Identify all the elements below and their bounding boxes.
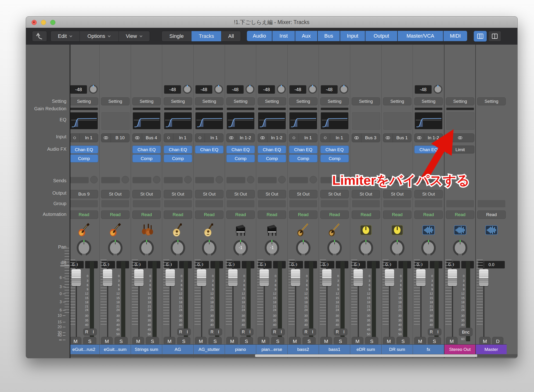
output-slot[interactable]: St Out: [320, 190, 349, 198]
audio-fx-slot-comp[interactable]: Comp: [164, 154, 192, 162]
audio-fx-slot-comp[interactable]: Comp: [70, 154, 98, 162]
filter-midi[interactable]: MIDI: [444, 31, 467, 41]
record-enable-button[interactable]: R: [209, 329, 216, 335]
output-slot[interactable]: St Out: [383, 190, 411, 198]
pan-knob[interactable]: [171, 240, 185, 256]
mute-button[interactable]: M: [132, 337, 144, 345]
audio-fx-slot-comp[interactable]: Comp: [258, 154, 286, 162]
track-name[interactable]: piano: [225, 344, 256, 354]
automation-mode-button[interactable]: Read: [352, 210, 380, 219]
volume-fader[interactable]: [322, 269, 331, 286]
tab-tracks[interactable]: Tracks: [191, 31, 221, 41]
solo-button[interactable]: S: [302, 337, 316, 345]
output-slot[interactable]: St Out: [226, 190, 255, 198]
input-slot[interactable]: In 1: [195, 133, 223, 142]
eq-display[interactable]: [352, 112, 380, 130]
send-slot[interactable]: [101, 177, 120, 183]
send-level-knob[interactable]: [153, 176, 160, 183]
pan-knob[interactable]: [296, 240, 311, 256]
setting-button[interactable]: Setting: [446, 98, 474, 105]
volume-fader[interactable]: [354, 269, 363, 286]
send-slot[interactable]: [195, 177, 214, 183]
send-level-knob[interactable]: [404, 176, 411, 183]
audio-fx-slot-limit[interactable]: Limit: [446, 145, 474, 154]
input-slot[interactable]: In 1: [164, 133, 192, 142]
track-name[interactable]: pian...erse: [256, 344, 287, 354]
track-name[interactable]: Stereo Out: [444, 344, 475, 354]
volume-fader[interactable]: [479, 269, 488, 286]
eq-display[interactable]: [258, 112, 286, 129]
send-level-knob[interactable]: [122, 176, 129, 183]
send-level-knob[interactable]: [310, 176, 317, 183]
automation-mode-button[interactable]: Read: [164, 210, 192, 219]
automation-mode-button[interactable]: Read: [132, 210, 161, 219]
gate-threshold-value[interactable]: -48: [164, 85, 181, 94]
mute-button[interactable]: M: [414, 337, 426, 345]
menu-edit[interactable]: Edit: [51, 31, 80, 41]
input-monitor-button[interactable]: I: [310, 329, 316, 335]
input-monitor-button[interactable]: I: [90, 329, 97, 335]
pan-knob[interactable]: -1: [233, 240, 248, 256]
group-slot[interactable]: [415, 200, 442, 207]
send-slot[interactable]: [258, 177, 277, 183]
track-name[interactable]: eGuit...rus2: [70, 344, 99, 354]
input-monitor-button[interactable]: I: [341, 329, 347, 335]
filter-output[interactable]: Output: [365, 31, 398, 41]
volume-fader[interactable]: [134, 269, 144, 286]
audio-fx-slot-chaneq[interactable]: Chan EQ: [164, 145, 192, 154]
pan-knob[interactable]: [108, 240, 123, 256]
input-slot[interactable]: Bus 3: [352, 133, 380, 142]
mute-button[interactable]: M: [195, 337, 207, 345]
input-slot[interactable]: In 1-2: [414, 133, 443, 142]
audio-fx-slot-comp[interactable]: Comp: [226, 154, 255, 162]
automation-mode-button[interactable]: Read: [320, 210, 349, 219]
eq-display[interactable]: [195, 112, 223, 129]
send-slot[interactable]: [414, 177, 434, 183]
send-level-knob[interactable]: [435, 176, 442, 183]
filter-inst[interactable]: Inst: [272, 31, 295, 41]
output-slot[interactable]: St Out: [195, 190, 223, 198]
group-slot[interactable]: [383, 200, 411, 207]
setting-button[interactable]: Setting: [226, 98, 255, 105]
menu-options[interactable]: Options: [80, 31, 119, 41]
mute-button[interactable]: M: [258, 337, 269, 345]
setting-button[interactable]: Setting: [195, 98, 223, 105]
input-monitor-button[interactable]: I: [184, 329, 191, 335]
title-bar[interactable]: !1.下ごしらえ編 - Mixer: Tracks: [26, 17, 517, 28]
audio-fx-slot-chaneq[interactable]: Chan EQ: [414, 145, 443, 154]
record-enable-button[interactable]: R: [271, 329, 278, 335]
audio-fx-slot-chaneq[interactable]: Chan EQ: [289, 145, 317, 154]
mute-button[interactable]: M: [289, 337, 301, 345]
automation-mode-button[interactable]: Read: [101, 210, 130, 219]
audio-fx-slot-comp[interactable]: Comp: [132, 154, 161, 162]
volume-fader[interactable]: [291, 269, 300, 286]
volume-fader[interactable]: [103, 269, 112, 286]
send-level-knob[interactable]: [247, 176, 254, 183]
solo-button[interactable]: S: [114, 337, 128, 345]
solo-button[interactable]: S: [83, 337, 96, 345]
automation-mode-button[interactable]: Read: [70, 210, 98, 219]
setting-button[interactable]: Setting: [70, 98, 98, 105]
input-monitor-button[interactable]: I: [278, 329, 285, 335]
horizontal-scrollbar[interactable]: [70, 354, 517, 357]
send-level-knob[interactable]: [341, 176, 348, 183]
input-slot[interactable]: Bus 4: [132, 133, 161, 142]
eq-display[interactable]: [415, 112, 442, 129]
audio-fx-slot-chaneq[interactable]: Chan EQ: [258, 145, 286, 154]
group-slot[interactable]: [70, 200, 98, 207]
gate-threshold-value[interactable]: -48: [258, 85, 275, 94]
volume-fader[interactable]: [165, 269, 175, 286]
pan-knob[interactable]: [202, 240, 217, 256]
gate-threshold-knob[interactable]: [340, 85, 348, 94]
track-name[interactable]: AG: [162, 344, 193, 354]
send-level-knob[interactable]: [372, 176, 380, 183]
send-slot[interactable]: [164, 177, 183, 183]
solo-button[interactable]: S: [397, 337, 410, 345]
group-slot[interactable]: [446, 200, 474, 207]
menu-view[interactable]: View: [119, 31, 150, 41]
track-name[interactable]: bass2: [288, 344, 319, 354]
audio-fx-slot-chaneq[interactable]: Chan EQ: [195, 145, 223, 154]
send-slot[interactable]: [70, 177, 89, 183]
setting-button[interactable]: Setting: [101, 98, 130, 105]
gate-threshold-value[interactable]: -48: [195, 85, 212, 94]
